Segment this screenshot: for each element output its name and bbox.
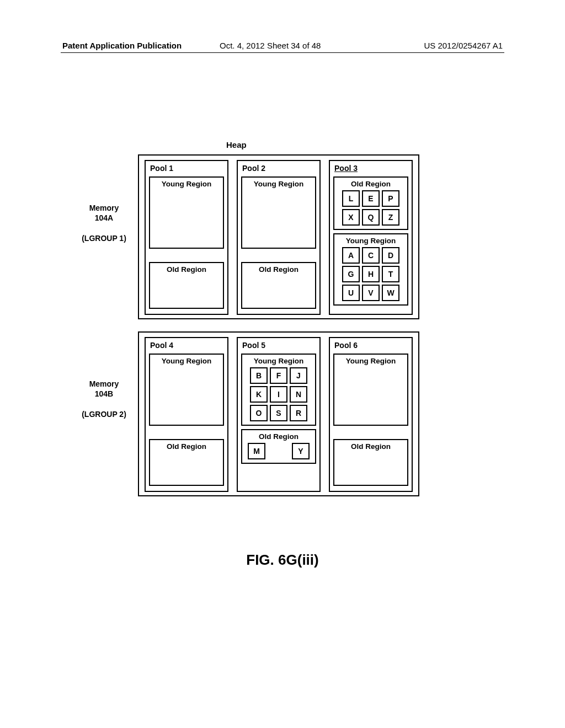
memory-2-label-line2: 104B (95, 389, 113, 398)
pool-2-old-label: Old Region (244, 265, 313, 274)
pool-2-title: Pool 2 (240, 163, 317, 175)
heap-diagram: Memory 104A (LGROUP 1) Pool 1 Young Regi… (138, 154, 419, 508)
cell-p5-young-1-2: N (290, 386, 307, 403)
header-rule (61, 52, 504, 53)
pool-3-title: Pool 3 (332, 163, 409, 175)
pool-1-old-label: Old Region (152, 265, 221, 274)
cell-p5-young-1-1: I (270, 386, 287, 403)
header-right: US 2012/0254267 A1 (424, 41, 503, 50)
pool-3-young-row-0: A C D (337, 247, 405, 264)
pool-3-old-region: Old Region L E P X Q Z (333, 176, 408, 230)
pool-3-old-label: Old Region (337, 180, 405, 188)
pool-5-old-region: Old Region M Y (241, 429, 316, 464)
cell-p3-young-2-2: W (382, 285, 399, 301)
cell-p3-old-1-1: Q (362, 209, 380, 226)
figure-label: FIG. 6G(iii) (0, 552, 565, 569)
cell-p3-young-1-2: T (382, 266, 399, 282)
pool-5-young-row-1: K I N (244, 386, 313, 403)
memory-1-label-line1: Memory (89, 204, 119, 212)
pool-1-title: Pool 1 (148, 163, 225, 175)
pool-3-old-row-0: L E P (337, 190, 405, 207)
cell-p3-young-0-1: C (362, 247, 380, 264)
pool-4: Pool 4 Young Region Old Region (145, 337, 228, 492)
pool-4-young-label: Young Region (152, 357, 221, 365)
cell-p3-young-0-2: D (382, 247, 399, 264)
cell-p5-young-1-0: K (250, 386, 268, 403)
memory-1-label-line3: (LGROUP 1) (82, 234, 126, 243)
cell-p5-young-2-2: R (290, 405, 307, 421)
pool-3-young-region: Young Region A C D G H T U V W (333, 233, 408, 306)
pool-4-title: Pool 4 (148, 340, 225, 352)
pool-6-title: Pool 6 (332, 340, 409, 352)
pool-3-old-row-1: X Q Z (337, 209, 405, 226)
cell-p3-old-0-0: L (342, 190, 360, 207)
pool-3-young-row-2: U V W (337, 285, 405, 301)
memory-1-label-line2: 104A (95, 213, 113, 222)
memory-2-label-line1: Memory (89, 379, 119, 388)
memory-group-1: Memory 104A (LGROUP 1) Pool 1 Young Regi… (138, 154, 419, 319)
pool-6-young-region: Young Region (333, 354, 408, 426)
cell-p3-young-1-0: G (342, 266, 360, 282)
pool-2: Pool 2 Young Region Old Region (237, 160, 321, 315)
cell-p3-young-2-1: V (362, 285, 380, 301)
cell-p5-young-0-2: J (290, 367, 307, 384)
cell-p5-old-0: M (248, 443, 265, 459)
pool-5-young-row-0: B F J (244, 367, 313, 384)
memory-2-label-line3: (LGROUP 2) (82, 410, 126, 419)
pool-4-old-region: Old Region (149, 439, 224, 486)
pool-5-old-row-0: M Y (244, 443, 313, 459)
pool-5-title: Pool 5 (240, 340, 317, 352)
pool-6-old-label: Old Region (337, 442, 405, 451)
pool-5-young-region: Young Region B F J K I N O S R (241, 354, 316, 426)
pool-3-young-label: Young Region (337, 237, 405, 245)
cell-p5-young-0-0: B (250, 367, 268, 384)
cell-p3-old-0-1: E (362, 190, 380, 207)
pool-2-old-region: Old Region (241, 262, 316, 309)
memory-group-2: Memory 104B (LGROUP 2) Pool 4 Young Regi… (138, 331, 419, 496)
pool-2-young-label: Young Region (244, 180, 313, 188)
cell-p5-young-2-1: S (270, 405, 287, 421)
pool-1-young-region: Young Region (149, 176, 224, 249)
cell-p5-young-2-0: O (250, 405, 268, 421)
pool-6: Pool 6 Young Region Old Region (329, 337, 413, 492)
pool-6-old-region: Old Region (333, 439, 408, 486)
cell-p3-young-2-0: U (342, 285, 360, 301)
cell-p3-old-1-0: X (342, 209, 360, 226)
pool-6-young-label: Young Region (337, 357, 405, 365)
pool-3: Pool 3 Old Region L E P X Q Z Young R (329, 160, 413, 315)
pool-4-old-label: Old Region (152, 442, 221, 451)
heap-label: Heap (226, 140, 247, 149)
cell-p3-old-0-2: P (382, 190, 399, 207)
pool-5-young-row-2: O S R (244, 405, 313, 421)
pool-3-young-row-1: G H T (337, 266, 405, 282)
cell-p5-old-1: Y (292, 443, 310, 459)
pool-1-young-label: Young Region (152, 180, 221, 188)
cell-p3-young-1-1: H (362, 266, 380, 282)
cell-p3-young-0-0: A (342, 247, 360, 264)
pool-5-young-label: Young Region (244, 357, 313, 365)
pool-1: Pool 1 Young Region Old Region (145, 160, 228, 315)
cell-p5-young-0-1: F (270, 367, 287, 384)
pool-2-young-region: Young Region (241, 176, 316, 249)
pool-5: Pool 5 Young Region B F J K I N O (237, 337, 321, 492)
header-mid: Oct. 4, 2012 Sheet 34 of 48 (220, 41, 321, 50)
pool-1-old-region: Old Region (149, 262, 224, 309)
memory-1-label: Memory 104A (LGROUP 1) (75, 203, 133, 243)
header-left: Patent Application Publication (62, 41, 182, 50)
pool-5-old-label: Old Region (244, 432, 313, 441)
cell-p3-old-1-2: Z (382, 209, 399, 226)
memory-2-label: Memory 104B (LGROUP 2) (75, 379, 133, 419)
pool-4-young-region: Young Region (149, 354, 224, 426)
